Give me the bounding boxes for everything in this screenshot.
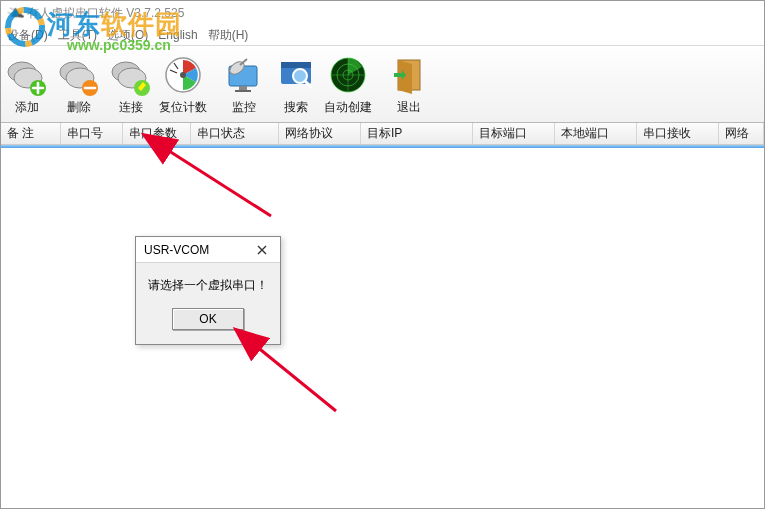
menu-help[interactable]: 帮助(H) [208, 27, 249, 44]
app-title: 有人虚拟串口软件 V3.7.2.525 [27, 5, 184, 22]
svg-rect-19 [281, 62, 311, 68]
title-bar: 🔌 有人虚拟串口软件 V3.7.2.525 [1, 1, 764, 25]
dialog-ok-button[interactable]: OK [172, 308, 244, 330]
header-local-port[interactable]: 本地端口 [555, 123, 637, 144]
header-network[interactable]: 网络 [719, 123, 764, 144]
menu-tools[interactable]: 工具(T) [58, 27, 97, 44]
toolbar-monitor-button[interactable]: 监控 [218, 46, 270, 122]
monitor-icon [222, 53, 266, 97]
dialog-title-bar[interactable]: USR-VCOM [136, 237, 280, 263]
dialog-close-button[interactable] [250, 240, 274, 260]
toolbar-delete-button[interactable]: 删除 [53, 46, 105, 122]
reset-count-icon [161, 53, 205, 97]
svg-rect-15 [235, 90, 251, 92]
search-icon [274, 53, 318, 97]
serial-add-icon [5, 53, 49, 97]
dialog-title: USR-VCOM [144, 243, 209, 257]
menu-bar: 设备(D) 工具(T) 选项(O) English 帮助(H) [1, 25, 764, 45]
menu-options[interactable]: 选项(O) [107, 27, 148, 44]
toolbar-add-button[interactable]: 添加 [1, 46, 53, 122]
header-port-number[interactable]: 串口号 [61, 123, 123, 144]
header-serial-recv[interactable]: 串口接收 [637, 123, 719, 144]
svg-point-12 [180, 72, 186, 78]
exit-icon [387, 53, 431, 97]
header-port-status[interactable]: 串口状态 [191, 123, 279, 144]
header-target-port[interactable]: 目标端口 [473, 123, 555, 144]
radar-icon [326, 53, 370, 97]
svg-rect-14 [239, 86, 247, 90]
header-note[interactable]: 备 注 [1, 123, 61, 144]
toolbar-exit-button[interactable]: 退出 [383, 46, 435, 122]
header-port-params[interactable]: 串口参数 [123, 123, 191, 144]
usr-vcom-dialog: USR-VCOM 请选择一个虚拟串口！ OK [135, 236, 281, 345]
toolbar-auto-create-button[interactable]: 自动创建 [322, 46, 374, 122]
close-icon [257, 245, 267, 255]
app-icon: 🔌 [5, 3, 25, 23]
toolbar-search-button[interactable]: 搜索 [270, 46, 322, 122]
dialog-message: 请选择一个虚拟串口！ [146, 277, 270, 294]
toolbar: 添加 删除 连接 [1, 45, 764, 123]
menu-device[interactable]: 设备(D) [7, 27, 48, 44]
table-body [1, 148, 764, 508]
table-headers: 备 注 串口号 串口参数 串口状态 网络协议 目标IP 目标端口 本地端口 串口… [1, 123, 764, 145]
header-net-protocol[interactable]: 网络协议 [279, 123, 361, 144]
header-target-ip[interactable]: 目标IP [361, 123, 473, 144]
toolbar-connect-button[interactable]: 连接 [105, 46, 157, 122]
serial-connect-icon [109, 53, 153, 97]
toolbar-reset-count-button[interactable]: 复位计数 [157, 46, 209, 122]
serial-delete-icon [57, 53, 101, 97]
menu-english[interactable]: English [158, 28, 197, 42]
